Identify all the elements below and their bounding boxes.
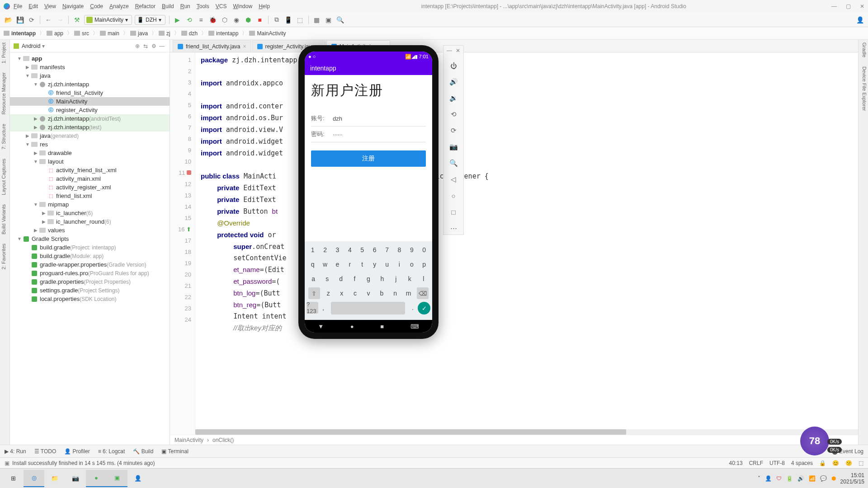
tree-item[interactable]: local.properties (SDK Location) (10, 295, 170, 303)
apply-changes-icon[interactable]: ⟲ (185, 15, 194, 24)
backspace-key[interactable]: ⌫ (417, 287, 429, 299)
breadcrumb-item[interactable]: zj (159, 30, 170, 37)
gear-icon[interactable]: ⚙ (150, 43, 158, 49)
profile-icon[interactable]: ◉ (232, 15, 241, 24)
menu-view[interactable]: View (44, 3, 56, 9)
breadcrumb-item[interactable]: intentapp (208, 30, 238, 37)
tree-item[interactable]: gradle-wrapper.properties (Gradle Versio… (10, 260, 170, 269)
project-tree[interactable]: ▼app▶manifests▼java▼zj.dzh.intentappⓒfri… (10, 52, 170, 445)
key-p[interactable]: p (419, 258, 429, 270)
encoding[interactable]: UTF-8 (769, 460, 785, 466)
tree-arrow-icon[interactable]: ▼ (33, 159, 39, 164)
tree-item[interactable]: ▼java (10, 71, 170, 80)
assistant-badge[interactable]: 78 (800, 427, 829, 455)
tree-item[interactable]: build.gradle (Project: intentapp) (10, 243, 170, 252)
emulator-tool-9[interactable]: □ (449, 207, 458, 216)
nav-keyboard-icon[interactable]: ⌨ (410, 323, 419, 330)
bug-icon[interactable]: 🐞 (208, 15, 217, 24)
tree-arrow-icon[interactable]: ▼ (33, 82, 39, 87)
key-j[interactable]: j (391, 273, 401, 285)
key-n[interactable]: n (390, 287, 400, 299)
editor-tab[interactable]: friend_list_Activity.java× (173, 40, 251, 52)
tree-arrow-icon[interactable]: ▼ (16, 236, 23, 241)
key-d[interactable]: d (336, 273, 346, 285)
chevron-up-icon[interactable]: ˄ (758, 475, 760, 482)
key-1[interactable]: 1 (308, 244, 318, 256)
search-icon[interactable]: 🔍 (336, 15, 345, 24)
avd-icon[interactable]: ⧉ (272, 15, 281, 24)
btm-tool[interactable]: ☰ TODO (34, 448, 57, 455)
tree-item[interactable]: ⬚activity_friend_list_.xml (10, 166, 170, 174)
tray-icon[interactable]: 📶 (809, 475, 816, 482)
key-x[interactable]: x (337, 287, 347, 299)
breadcrumb-item[interactable]: dzh (181, 30, 198, 37)
key-3[interactable]: 3 (332, 244, 342, 256)
project-view-selector[interactable]: Android (22, 43, 40, 49)
key-s[interactable]: s (322, 273, 332, 285)
strip-gradle[interactable]: Gradle (859, 42, 867, 57)
nav-recent-icon[interactable]: ■ (380, 323, 384, 330)
key-i[interactable]: i (394, 258, 404, 270)
target-icon[interactable]: ⊕ (133, 43, 142, 49)
key-g[interactable]: g (363, 273, 373, 285)
memory-icon[interactable]: ⬚ (859, 460, 863, 466)
key-8[interactable]: 8 (394, 244, 404, 256)
strip-buildvariants[interactable]: Build Variants (1, 204, 9, 235)
tree-item[interactable]: ▶zj.dzh.intentapp (androidTest) (10, 114, 170, 123)
tray-icon[interactable]: 🔊 (797, 475, 804, 482)
tree-arrow-icon[interactable]: ▶ (33, 125, 39, 130)
strip-resourcemanager[interactable]: Resource Manager (1, 72, 9, 115)
tree-item[interactable]: ▼res (10, 140, 170, 149)
tree-item[interactable]: ▶drawable (10, 149, 170, 157)
layout-icon[interactable]: ⬚ (296, 15, 305, 24)
key-q[interactable]: q (308, 258, 318, 270)
key-c[interactable]: c (350, 287, 360, 299)
key-2[interactable]: 2 (320, 244, 330, 256)
nav-back-icon[interactable]: ▼ (318, 323, 324, 330)
key-l[interactable]: l (419, 273, 429, 285)
emulator-tool-10[interactable]: ⋯ (449, 224, 458, 233)
tree-item[interactable]: ⓒregister_Activity (10, 106, 170, 114)
hammer-icon[interactable]: ⚒ (72, 15, 81, 24)
tree-item[interactable]: ▶java (generated) (10, 131, 170, 140)
emulator-tool-7[interactable]: ◁ (449, 175, 458, 184)
tray-icon[interactable]: 🔋 (786, 475, 793, 482)
lock-icon[interactable]: 🔒 (819, 460, 826, 466)
tree-arrow-icon[interactable]: ▶ (24, 133, 31, 138)
key-m[interactable]: m (404, 287, 414, 299)
gutter-mark-icon[interactable] (187, 170, 191, 175)
user-icon[interactable]: 👤 (855, 15, 864, 24)
tray-icon[interactable]: 💬 (820, 475, 827, 482)
emulator-tool-3[interactable]: ⟲ (449, 110, 458, 119)
tree-item[interactable]: settings.gradle (Project Settings) (10, 286, 170, 295)
minimize-icon[interactable]: — (447, 47, 452, 54)
tree-arrow-icon[interactable]: ▶ (33, 228, 39, 233)
face-icon[interactable]: 😊 (832, 460, 839, 466)
tree-item[interactable]: build.gradle (Module: app) (10, 252, 170, 260)
chevron-down-icon[interactable]: ▾ (42, 43, 45, 49)
key-k[interactable]: k (405, 273, 415, 285)
form-field[interactable]: 密码:······ (311, 127, 426, 142)
indent[interactable]: 4 spaces (791, 460, 813, 466)
clock[interactable]: 15:01 2021/5/15 (840, 472, 864, 485)
comma-key[interactable]: , (318, 302, 328, 314)
key-b[interactable]: b (377, 287, 387, 299)
strip-favorites[interactable]: 2: Favorites (1, 244, 9, 269)
close-icon[interactable]: ✕ (860, 3, 864, 9)
tray-icon[interactable]: 👤 (765, 475, 772, 482)
tree-item[interactable]: ⬚friend_list.xml (10, 192, 170, 200)
tree-item[interactable]: ▶zj.dzh.intentapp (test) (10, 123, 170, 131)
btm-tool[interactable]: 👤 Profiler (64, 448, 90, 455)
shift-key[interactable]: ⇧ (308, 287, 320, 299)
breadcrumb-item[interactable]: app (47, 30, 63, 37)
nav-home-icon[interactable]: ● (350, 323, 354, 330)
emulator-tool-1[interactable]: 🔊 (449, 77, 458, 86)
strip-project[interactable]: 1: Project (1, 42, 9, 63)
collapse-icon[interactable]: ⇆ (142, 43, 150, 49)
menu-build[interactable]: Build (162, 3, 174, 9)
key-7[interactable]: 7 (382, 244, 392, 256)
tree-arrow-icon[interactable]: ▶ (33, 116, 39, 121)
line-separator[interactable]: CRLF (749, 460, 763, 466)
menu-analyze[interactable]: Analyze (109, 3, 129, 9)
form-field[interactable]: 账号:dzh (311, 111, 426, 127)
